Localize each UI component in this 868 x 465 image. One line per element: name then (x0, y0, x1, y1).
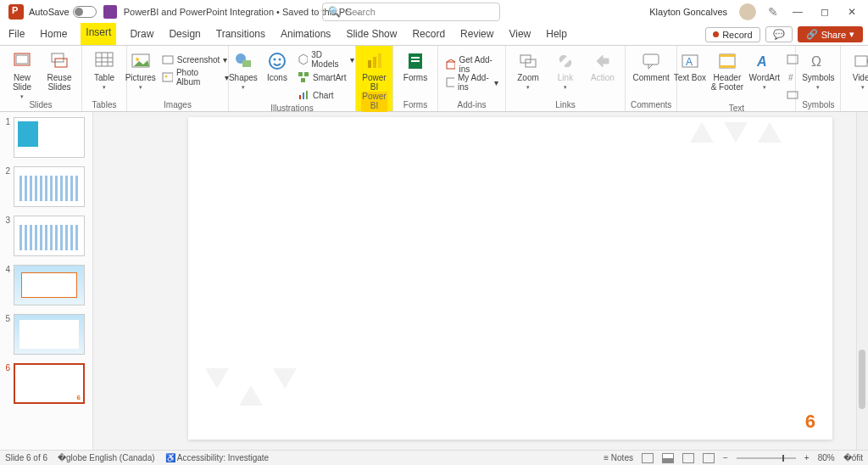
zoom-button[interactable]: Zoom▾ (511, 48, 545, 91)
table-button[interactable]: Table▾ (87, 48, 121, 91)
svg-rect-4 (96, 53, 113, 66)
puzzle-icon (445, 76, 454, 88)
sorter-view-icon[interactable] (662, 453, 674, 463)
3d-models-button[interactable]: 3D Models ▾ (296, 51, 356, 68)
slide-canvas[interactable]: 6 (188, 117, 832, 440)
symbols-button[interactable]: Ω Symbols▾ (801, 48, 835, 91)
ribbon-tabs: File Home Insert Draw Design Transitions… (0, 24, 868, 46)
thumb-num-2: 2 (3, 166, 10, 176)
forms-button[interactable]: Forms (398, 48, 432, 82)
svg-rect-27 (378, 53, 381, 68)
smartart-button[interactable]: SmartArt (296, 69, 356, 86)
comments-pane-button[interactable]: 💬 (765, 26, 793, 42)
slide-thumb-4[interactable] (14, 265, 85, 305)
text-box-button[interactable]: A Text Box (673, 48, 707, 82)
video-button[interactable]: Video▾ (846, 48, 868, 91)
slide-counter[interactable]: Slide 6 of 6 (5, 453, 47, 462)
tab-view[interactable]: View (507, 25, 532, 45)
tab-draw[interactable]: Draw (128, 25, 155, 45)
group-label-forms: Forms (398, 100, 432, 111)
svg-rect-30 (411, 60, 420, 62)
table-icon (94, 51, 114, 71)
pictures-icon (131, 51, 151, 71)
group-label-comments: Comments (631, 100, 671, 111)
scrollbar-thumb[interactable] (859, 350, 865, 409)
tab-design[interactable]: Design (167, 25, 202, 45)
tab-animations[interactable]: Animations (279, 25, 332, 45)
powerbi-button[interactable]: Power BI (358, 48, 392, 92)
svg-rect-12 (163, 73, 173, 81)
get-addins-button[interactable]: Get Add-ins (443, 56, 500, 73)
search-input[interactable]: 🔍 Search (322, 3, 500, 21)
svg-rect-46 (855, 56, 867, 66)
icons-button[interactable]: Icons (262, 48, 292, 82)
comment-button[interactable]: Comment (634, 48, 668, 82)
tab-review[interactable]: Review (459, 25, 495, 45)
wordart-button[interactable]: A WordArt▾ (748, 48, 782, 91)
save-icon[interactable] (103, 5, 117, 19)
svg-rect-35 (643, 54, 659, 64)
svg-text:A: A (756, 54, 767, 69)
screenshot-button[interactable]: Screenshot ▾ (160, 51, 231, 68)
svg-rect-22 (299, 95, 301, 99)
user-avatar[interactable] (739, 3, 756, 20)
new-slide-button[interactable]: New Slide▾ (5, 48, 39, 100)
tab-transitions[interactable]: Transitions (214, 25, 267, 45)
reuse-slides-button[interactable]: Reuse Slides (42, 48, 76, 92)
ribbon: New Slide▾ Reuse Slides Slides Table▾ Ta… (0, 46, 868, 112)
svg-text:#: # (788, 73, 793, 82)
tab-help[interactable]: Help (544, 25, 569, 45)
group-label-addins: Add-ins (443, 100, 500, 111)
tab-slide-show[interactable]: Slide Show (344, 25, 398, 45)
group-links: Zoom▾ Link▾ Action Links (506, 46, 626, 111)
shapes-button[interactable]: Shapes▾ (228, 48, 259, 91)
slide-thumb-5[interactable] (14, 314, 85, 355)
accessibility-status[interactable]: ♿ Accessibility: Investigate (165, 453, 270, 462)
pictures-button[interactable]: Pictures▾ (125, 48, 157, 91)
user-name[interactable]: Klayton Goncalves (649, 7, 727, 17)
autosave-toggle[interactable] (73, 6, 97, 18)
slide-thumb-3[interactable] (14, 216, 85, 256)
svg-rect-15 (242, 60, 251, 67)
group-tables: Table▾ Tables (82, 46, 127, 111)
normal-view-icon[interactable] (642, 453, 654, 463)
tab-home[interactable]: Home (38, 25, 69, 45)
zoom-in-button[interactable]: + (804, 453, 810, 462)
svg-point-16 (270, 53, 285, 69)
group-label-images: Images (132, 100, 223, 111)
close-button[interactable]: ✕ (844, 6, 860, 18)
photo-album-button[interactable]: Photo Album ▾ (160, 69, 231, 86)
slide-thumb-1[interactable] (14, 117, 85, 158)
thumb-num-5: 5 (3, 314, 10, 323)
thumb-num-1: 1 (3, 117, 10, 126)
zoom-slider[interactable] (737, 457, 796, 459)
slide-canvas-area[interactable]: 6 (93, 112, 856, 450)
tab-insert[interactable]: Insert (81, 23, 116, 45)
maximize-button[interactable]: ◻ (817, 6, 832, 18)
chart-button[interactable]: Chart (296, 87, 356, 104)
document-title[interactable]: PowerBI and PowerPoint Integration • Sav… (124, 7, 352, 17)
reading-view-icon[interactable] (682, 453, 694, 463)
zoom-out-button[interactable]: − (723, 453, 728, 462)
record-button[interactable]: Record (705, 27, 760, 42)
minimize-button[interactable]: — (790, 6, 805, 18)
tab-file[interactable]: File (7, 25, 26, 45)
header-footer-button[interactable]: Header & Footer (710, 48, 744, 92)
action-icon (593, 51, 613, 71)
slide-thumb-6[interactable]: 6 (14, 363, 85, 404)
vertical-scrollbar[interactable] (856, 112, 868, 450)
notes-button[interactable]: ≡ Notes (604, 453, 633, 462)
my-addins-button[interactable]: My Add-ins ▾ (443, 74, 500, 91)
tab-record[interactable]: Record (410, 25, 447, 45)
slide-page-number: 6 (805, 411, 815, 433)
svg-rect-11 (163, 56, 173, 64)
language-status[interactable]: �globe English (Canada) (58, 453, 155, 462)
share-button[interactable]: 🔗 Share ▾ (798, 26, 863, 42)
group-label-tables: Tables (87, 100, 121, 111)
slide-thumb-2[interactable] (14, 166, 85, 207)
fit-to-window-button[interactable]: �ófit (843, 453, 863, 462)
pen-icon[interactable]: ✎ (768, 5, 778, 19)
slideshow-view-icon[interactable] (703, 453, 715, 463)
zoom-level[interactable]: 80% (818, 453, 835, 462)
slide-thumbnail-panel[interactable]: 1 2 3 4 5 66 (0, 112, 93, 450)
